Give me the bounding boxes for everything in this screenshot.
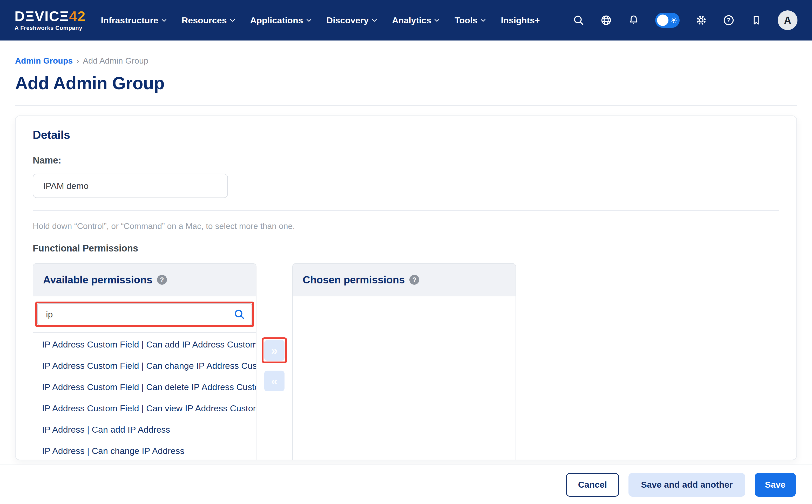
details-card: Details Name: Hold down “Control”, or “C… (15, 115, 797, 460)
chevron-down-icon (372, 19, 377, 22)
available-permissions-list: IP Address Custom Field | Can add IP Add… (33, 333, 256, 460)
sun-icon (670, 16, 678, 24)
nav-item-label: Analytics (392, 15, 431, 25)
transfer-buttons: » « (256, 263, 292, 391)
logo-brand-text: DΞVICΞ (15, 8, 69, 24)
user-avatar[interactable]: A (778, 10, 797, 30)
nav-item-applications[interactable]: Applications (250, 15, 312, 25)
nav-item-label: Infrastructure (101, 15, 158, 25)
save-button[interactable]: Save (755, 473, 796, 497)
permission-item[interactable]: IP Address Custom Field | Can add IP Add… (33, 334, 256, 355)
settings-gear-icon[interactable] (695, 14, 707, 26)
permissions-search-input[interactable] (37, 303, 252, 325)
top-navigation: DΞVICΞ42 A Freshworks Company Infrastruc… (0, 0, 812, 40)
card-divider (33, 210, 779, 211)
cancel-button[interactable]: Cancel (566, 473, 619, 497)
nav-menu: InfrastructureResourcesApplicationsDisco… (101, 15, 540, 25)
nav-utilities: ? A (573, 10, 797, 30)
svg-text:?: ? (727, 17, 731, 24)
nav-item-discovery[interactable]: Discovery (327, 15, 377, 25)
details-section-title: Details (33, 128, 779, 141)
available-permissions-panel: Available permissions ? IP Address Custo… (33, 263, 256, 460)
nav-item-insights-[interactable]: Insights+ (501, 15, 540, 25)
page-title: Add Admin Group (15, 73, 797, 93)
main-content: Admin Groups › Add Admin Group Add Admin… (0, 56, 812, 460)
breadcrumb-separator: › (76, 56, 79, 66)
bookmark-icon[interactable] (750, 14, 762, 26)
permissions-transfer-widget: Available permissions ? IP Address Custo… (33, 263, 779, 460)
move-right-button[interactable]: » (264, 340, 285, 361)
breadcrumb: Admin Groups › Add Admin Group (15, 56, 797, 66)
save-and-add-another-button[interactable]: Save and add another (628, 473, 745, 497)
available-help-icon[interactable]: ? (157, 275, 167, 285)
search-input-icon[interactable] (233, 308, 245, 320)
logo-brand-accent: 42 (69, 8, 86, 24)
move-left-button[interactable]: « (264, 371, 285, 391)
toggle-knob (657, 15, 668, 26)
available-permissions-header: Available permissions ? (33, 264, 256, 296)
chosen-permissions-list (293, 296, 516, 297)
header-divider (15, 105, 797, 106)
permission-item[interactable]: IP Address | Can add IP Address (33, 419, 256, 440)
permissions-search-highlight (35, 302, 254, 327)
chosen-permissions-panel: Chosen permissions ? (292, 263, 516, 460)
nav-item-label: Tools (455, 15, 477, 25)
permission-item[interactable]: IP Address Custom Field | Can delete IP … (33, 376, 256, 398)
permission-item[interactable]: IP Address | Can change IP Address (33, 440, 256, 460)
help-icon[interactable]: ? (723, 14, 735, 26)
chevron-down-icon (161, 19, 167, 22)
breadcrumb-current: Add Admin Group (83, 56, 148, 66)
chevron-down-icon (306, 19, 312, 22)
chevron-down-icon (434, 19, 439, 22)
permission-item[interactable]: IP Address Custom Field | Can view IP Ad… (33, 398, 256, 419)
name-input[interactable] (33, 174, 228, 198)
permission-item[interactable]: IP Address Custom Field | Can change IP … (33, 355, 256, 376)
nav-item-resources[interactable]: Resources (182, 15, 235, 25)
device42-logo[interactable]: DΞVICΞ42 A Freshworks Company (15, 9, 86, 31)
chosen-help-icon[interactable]: ? (409, 275, 419, 285)
nav-item-label: Resources (182, 15, 227, 25)
chosen-permissions-header: Chosen permissions ? (293, 264, 516, 296)
globe-icon[interactable] (600, 14, 612, 26)
theme-toggle[interactable] (655, 13, 680, 28)
notifications-bell-icon[interactable] (628, 14, 640, 26)
nav-item-label: Discovery (327, 15, 369, 25)
functional-permissions-label: Functional Permissions (33, 243, 779, 254)
nav-item-infrastructure[interactable]: Infrastructure (101, 15, 167, 25)
nav-item-label: Applications (250, 15, 303, 25)
chevron-down-icon (230, 19, 235, 22)
chosen-permissions-title: Chosen permissions (303, 274, 405, 286)
breadcrumb-link-admin-groups[interactable]: Admin Groups (15, 56, 73, 66)
move-right-highlight: » (262, 337, 287, 363)
logo-wordmark: DΞVICΞ42 (15, 9, 86, 23)
available-permissions-title: Available permissions (43, 274, 152, 286)
logo-tagline: A Freshworks Company (15, 25, 86, 31)
name-label: Name: (33, 155, 779, 166)
chevron-down-icon (481, 19, 486, 22)
nav-item-analytics[interactable]: Analytics (392, 15, 439, 25)
multi-select-help-text: Hold down “Control”, or “Command” on a M… (33, 221, 779, 231)
nav-item-tools[interactable]: Tools (455, 15, 486, 25)
nav-item-label: Insights+ (501, 15, 540, 25)
action-footer: Cancel Save and add another Save (0, 465, 812, 504)
search-icon[interactable] (573, 14, 585, 26)
